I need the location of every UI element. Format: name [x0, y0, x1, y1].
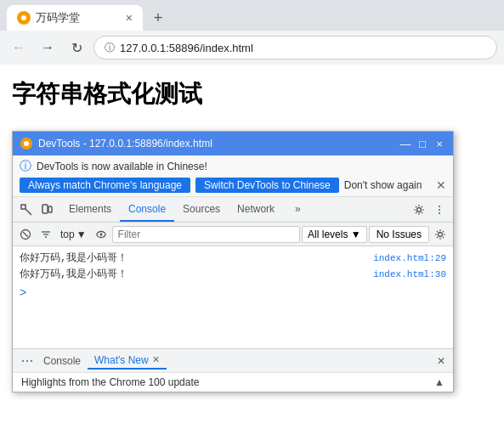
devtools-window: DevTools - 127.0.0.1:58896/index.html — …: [12, 131, 454, 392]
context-dropdown-icon: ▼: [76, 229, 87, 240]
browser-window: 万码学堂 × + ← → ↻ ⓘ 127.0.0.1:58896/index.h…: [0, 0, 504, 65]
svg-point-8: [417, 207, 422, 212]
console-filter-input[interactable]: [112, 226, 301, 243]
tab-close-button[interactable]: ×: [126, 12, 133, 24]
bottom-tab-whats-new[interactable]: What's New ✕: [88, 353, 167, 370]
devtools-bottom-bar: Console What's New ✕ ✕: [13, 348, 453, 372]
devtools-more-options-button[interactable]: [429, 200, 450, 220]
address-bar[interactable]: ⓘ 127.0.0.1:58896/index.html: [93, 36, 497, 59]
tab-sources[interactable]: Sources: [174, 197, 229, 222]
console-link-2[interactable]: index.html:30: [373, 269, 446, 279]
svg-point-20: [22, 360, 24, 362]
whats-new-label: What's New: [94, 354, 149, 366]
svg-point-9: [439, 206, 440, 207]
lang-notice-row: ⓘ DevTools is now available in Chinese!: [20, 159, 446, 174]
svg-point-21: [26, 360, 28, 362]
url-text: 127.0.0.1:58896/index.html: [120, 42, 253, 54]
svg-rect-6: [42, 205, 48, 213]
svg-rect-4: [21, 205, 25, 209]
console-text-1: 你好万码,我是小码哥！: [20, 251, 127, 265]
console-filter-button[interactable]: [37, 225, 55, 244]
devtools-left-icons: [16, 200, 57, 220]
page-content: 字符串格式化测试: [0, 65, 504, 124]
svg-point-1: [21, 15, 26, 20]
tab-elements[interactable]: Elements: [60, 197, 120, 222]
console-prompt[interactable]: >: [20, 282, 446, 302]
address-bar-row: ← → ↻ ⓘ 127.0.0.1:58896/index.html: [0, 31, 504, 65]
language-notification-bar: ⓘ DevTools is now available in Chinese! …: [13, 155, 453, 197]
svg-rect-7: [48, 206, 52, 212]
console-line-2: 你好万码,我是小码哥！ index.html:30: [20, 266, 446, 282]
devtools-favicon: [20, 137, 33, 150]
page-title: 字符串格式化测试: [12, 78, 492, 110]
console-link-1[interactable]: index.html:29: [373, 253, 446, 263]
highlights-bar: Highlights from the Chrome 100 update ▲: [13, 372, 453, 392]
console-clear-button[interactable]: [16, 225, 35, 244]
tab-favicon: [17, 11, 31, 25]
devtools-minimize-button[interactable]: —: [399, 137, 412, 150]
lock-icon: ⓘ: [105, 41, 115, 55]
context-label: top: [60, 229, 75, 240]
svg-point-3: [24, 141, 29, 146]
tab-network[interactable]: Network: [229, 197, 283, 222]
devtools-controls: — □ ×: [399, 137, 446, 150]
lang-buttons-row: Always match Chrome's language Switch De…: [20, 178, 446, 193]
forward-icon: →: [41, 40, 54, 55]
devtools-tabs: Elements Console Sources Network »: [13, 197, 453, 223]
devtools-restore-button[interactable]: □: [416, 137, 429, 150]
whats-new-close-button[interactable]: ✕: [152, 354, 160, 365]
devtools-close-button[interactable]: ×: [433, 137, 446, 150]
always-match-language-button[interactable]: Always match Chrome's language: [20, 178, 190, 193]
svg-point-10: [439, 209, 440, 211]
svg-line-5: [25, 209, 31, 215]
devtools-titlebar: DevTools - 127.0.0.1:58896/index.html — …: [13, 132, 453, 155]
console-line-1: 你好万码,我是小码哥！ index.html:29: [20, 250, 446, 266]
svg-point-18: [99, 233, 102, 235]
forward-button[interactable]: →: [36, 36, 59, 59]
devtools-settings-button[interactable]: [409, 200, 429, 220]
bottom-more-options-button[interactable]: [18, 352, 37, 370]
console-settings-button[interactable]: [431, 225, 450, 244]
refresh-icon: ↻: [71, 40, 82, 56]
svg-line-13: [23, 232, 28, 237]
browser-tab[interactable]: 万码学堂 ×: [7, 5, 143, 31]
more-tabs-button[interactable]: »: [286, 197, 309, 222]
scroll-up-button[interactable]: ▲: [434, 376, 445, 388]
svg-point-22: [31, 360, 32, 362]
device-toolbar-button[interactable]: [37, 200, 57, 220]
issues-button[interactable]: No Issues: [369, 226, 429, 243]
console-output: 你好万码,我是小码哥！ index.html:29 你好万码,我是小码哥！ in…: [13, 246, 453, 348]
lang-bar-close-button[interactable]: ✕: [436, 178, 446, 192]
eye-button[interactable]: [92, 225, 110, 244]
back-button[interactable]: ←: [7, 36, 31, 59]
devtools-title: DevTools - 127.0.0.1:58896/index.html: [38, 138, 399, 150]
bottom-tab-console[interactable]: Console: [37, 353, 88, 369]
info-icon: ⓘ: [20, 159, 31, 174]
back-icon: ←: [12, 40, 25, 55]
switch-to-chinese-button[interactable]: Switch DevTools to Chinese: [195, 178, 339, 193]
bottom-bar-close-button[interactable]: ✕: [434, 354, 448, 368]
lang-notice-text: DevTools is now available in Chinese!: [37, 161, 207, 172]
highlights-text: Highlights from the Chrome 100 update: [21, 376, 199, 388]
tab-title: 万码学堂: [36, 10, 121, 25]
new-tab-button[interactable]: +: [146, 6, 170, 30]
context-selector[interactable]: top ▼: [60, 229, 87, 240]
svg-point-11: [439, 212, 440, 214]
levels-label: All levels ▼: [308, 229, 361, 240]
refresh-button[interactable]: ↻: [65, 36, 88, 59]
svg-point-19: [439, 232, 443, 236]
inspect-element-button[interactable]: [16, 200, 37, 220]
dont-show-again-button[interactable]: Don't show again: [344, 179, 422, 191]
log-levels-dropdown[interactable]: All levels ▼: [302, 226, 367, 243]
tab-console[interactable]: Console: [120, 197, 174, 222]
tab-bar: 万码学堂 × +: [0, 0, 504, 31]
console-toolbar: top ▼ All levels ▼ No Issues: [13, 223, 453, 246]
console-text-2: 你好万码,我是小码哥！: [20, 267, 127, 281]
